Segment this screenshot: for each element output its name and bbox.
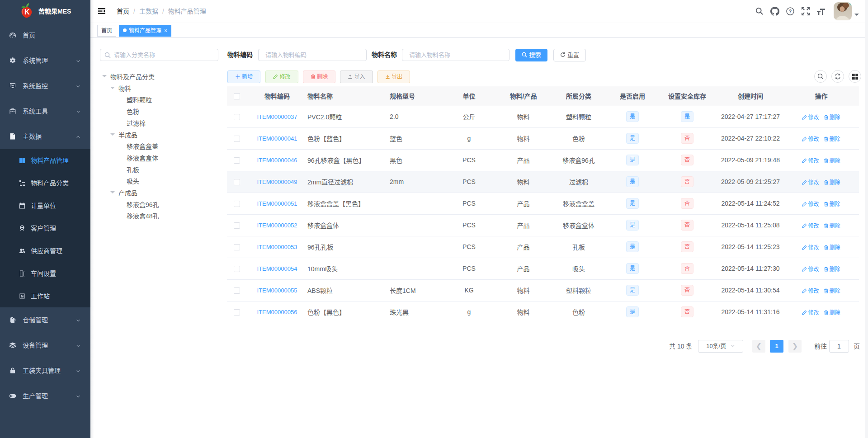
svg-text:?: ? (789, 9, 792, 14)
svg-text:K: K (24, 8, 30, 16)
